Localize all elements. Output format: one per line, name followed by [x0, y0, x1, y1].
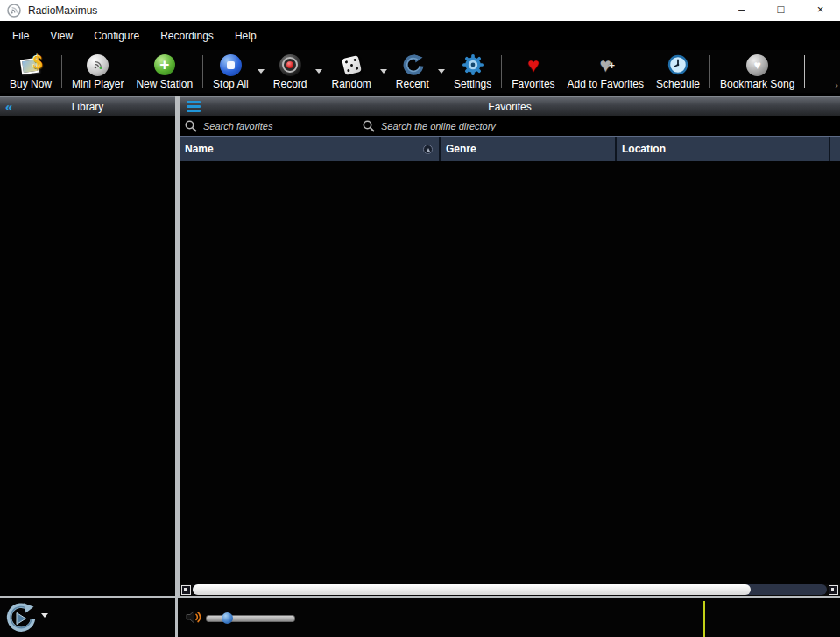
scrollbar-track[interactable] — [193, 584, 827, 595]
library-title: Library — [0, 97, 175, 116]
mini-player-button[interactable]: Mini Player — [66, 52, 130, 92]
toolbar-separator — [61, 55, 62, 88]
toolbar-overflow-chevron[interactable]: › — [835, 77, 838, 93]
volume-slider[interactable] — [206, 615, 295, 622]
column-header-name[interactable]: Name — [180, 137, 441, 161]
stations-table-header: Name Genre Location — [180, 136, 840, 161]
toolbar-separator — [501, 55, 502, 88]
recent-button[interactable]: Recent — [390, 52, 435, 92]
menu-recordings[interactable]: Recordings — [150, 30, 224, 42]
titlebar: RadioMaximus – □ × — [0, 0, 840, 21]
search-row — [180, 116, 840, 136]
column-header-genre[interactable]: Genre — [441, 137, 617, 161]
add-to-favorites-label: Add to Favorites — [568, 78, 644, 90]
player-bar-main — [178, 598, 840, 637]
library-tree-area[interactable] — [0, 116, 175, 596]
search-icon — [363, 120, 375, 132]
minimize-button[interactable]: – — [722, 0, 761, 21]
random-label: Random — [331, 78, 371, 90]
dollar-photos-icon: $ — [19, 54, 43, 76]
column-header-location[interactable]: Location — [617, 137, 830, 161]
recent-dropdown-arrow[interactable] — [438, 69, 445, 74]
window-title: RadioMaximus — [28, 4, 97, 17]
gear-icon — [462, 53, 484, 76]
stations-table-body[interactable] — [180, 161, 840, 584]
menubar: File View Configure Recordings Help — [0, 21, 840, 50]
player-bar — [0, 598, 840, 637]
scrollbar-left-box-icon[interactable] — [181, 585, 191, 595]
toolbar-separator — [709, 55, 710, 88]
search-directory-box — [363, 120, 584, 132]
heart-plus-icon: ♥+ — [599, 55, 611, 75]
stop-icon — [220, 54, 242, 76]
search-favorites-box — [185, 120, 336, 132]
new-station-button[interactable]: + New Station — [130, 52, 199, 92]
plus-icon: + — [154, 54, 175, 75]
schedule-button[interactable]: Schedule — [650, 52, 706, 92]
schedule-label: Schedule — [656, 78, 700, 90]
toolbar-separator — [202, 55, 203, 88]
scrollbar-thumb[interactable] — [193, 584, 751, 595]
menu-configure[interactable]: Configure — [83, 30, 150, 42]
speaker-icon[interactable] — [186, 610, 203, 625]
new-station-label: New Station — [136, 78, 193, 90]
bookmark-song-label: Bookmark Song — [720, 78, 794, 90]
stop-all-button[interactable]: Stop All — [207, 52, 255, 92]
toolbar: $ Buy Now Mini Player + New Station Stop… — [0, 50, 840, 93]
clock-icon — [667, 54, 688, 75]
radio-waves-icon — [87, 54, 109, 76]
window-controls: – □ × — [722, 0, 840, 21]
buy-now-label: Buy Now — [10, 78, 52, 90]
favorites-header: Favorites — [180, 96, 840, 116]
level-meter-line — [703, 601, 705, 637]
heart-circle-icon: ♥ — [746, 54, 768, 76]
record-dropdown-arrow[interactable] — [315, 69, 322, 74]
menu-help[interactable]: Help — [224, 30, 267, 42]
radiomaximus-window: RadioMaximus – □ × File View Configure R… — [0, 0, 840, 637]
player-bar-left — [0, 598, 175, 637]
dice-icon — [342, 54, 362, 74]
menu-hamburger-icon[interactable] — [187, 101, 201, 112]
search-icon — [185, 120, 197, 132]
library-header: Library « — [0, 96, 175, 116]
scrollbar-right-box-icon[interactable] — [829, 585, 838, 595]
add-to-favorites-button[interactable]: ♥+ Add to Favorites — [561, 52, 650, 92]
favorites-title: Favorites — [180, 97, 840, 116]
recent-label: Recent — [396, 78, 429, 90]
collapse-panel-icon[interactable]: « — [5, 97, 11, 116]
circular-arrow-icon — [401, 53, 424, 76]
volume-thumb[interactable] — [222, 612, 233, 624]
search-directory-input[interactable] — [379, 120, 584, 132]
menu-file[interactable]: File — [2, 30, 39, 42]
settings-label: Settings — [454, 78, 491, 90]
favorites-panel: Favorites Name — [180, 96, 840, 596]
menu-view[interactable]: View — [39, 30, 83, 42]
toolbar-separator — [804, 55, 805, 88]
settings-button[interactable]: Settings — [448, 52, 498, 92]
library-panel: Library « — [0, 96, 175, 596]
play-recent-icon[interactable] — [4, 602, 38, 635]
random-dropdown-arrow[interactable] — [380, 69, 387, 74]
bookmark-song-button[interactable]: ♥ Bookmark Song — [714, 52, 801, 92]
stop-all-dropdown-arrow[interactable] — [258, 69, 265, 74]
record-icon — [279, 54, 301, 76]
close-button[interactable]: × — [801, 0, 840, 21]
sort-ascending-icon[interactable] — [423, 145, 433, 154]
favorites-label: Favorites — [512, 78, 554, 90]
search-favorites-input[interactable] — [201, 120, 336, 132]
record-label: Record — [273, 78, 307, 90]
record-button[interactable]: Record — [267, 52, 314, 92]
favorites-button[interactable]: ♥ Favorites — [505, 52, 561, 92]
buy-now-button[interactable]: $ Buy Now — [4, 52, 58, 92]
maximize-button[interactable]: □ — [761, 0, 801, 21]
stop-all-label: Stop All — [213, 78, 249, 90]
column-header-sliver — [830, 137, 840, 161]
horizontal-scrollbar — [180, 584, 840, 596]
mini-player-label: Mini Player — [72, 78, 124, 90]
play-recent-dropdown-arrow[interactable] — [41, 613, 48, 618]
heart-icon: ♥ — [527, 55, 540, 75]
random-button[interactable]: Random — [325, 52, 377, 92]
radio-logo-icon — [7, 4, 21, 18]
